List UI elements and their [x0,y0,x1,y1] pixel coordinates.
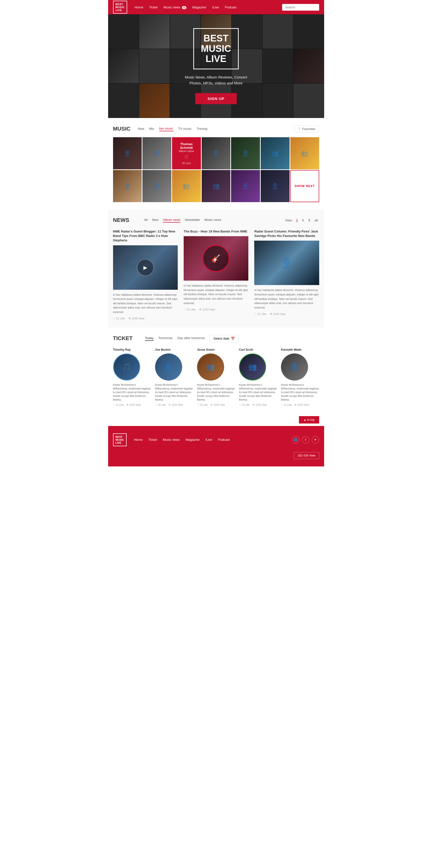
view-label: View: [285,218,293,222]
navbar: BEST MUSIC LIVE Home Ticket Music news 4… [108,0,324,14]
footer: BEST MUSIC LIVE Home Ticket Music news M… [108,426,324,466]
news-views-1: 👁 1243 View [128,317,145,320]
ticket-likes-4: ♡ 21 Like [239,404,250,406]
tab-new[interactable]: New [138,127,144,131]
ticket-card-4: Carl Scott 👥 Keytar McSweeney's Williams… [239,348,277,406]
ticket-views-4: 👁 1243 View [252,404,267,406]
news-img-1[interactable]: ▶ [113,245,178,290]
footer-link-ilive[interactable]: !Live [205,438,212,441]
footer-logo[interactable]: BEST MUSIC LIVE [113,433,127,446]
ticket-img-3[interactable]: 👥 [197,353,224,380]
music-cell-12[interactable]: 👤 [231,170,260,202]
nav-ticket[interactable]: Ticket [149,5,157,9]
featured-heart: ♡ [184,155,188,160]
news-section-title: NEWS [113,217,129,223]
news-tab-all[interactable]: All [144,218,148,223]
ticket-meta-2: ♡ 21 Like 👁 1243 View [155,404,193,406]
music-cell-featured[interactable]: Thomas Schmidt Album name ♡ 38 track [172,137,201,169]
social-globe-icon[interactable]: 🌐 [292,436,300,443]
ticket-img-5[interactable]: 👤 [281,353,308,380]
featured-album: Album name [179,150,194,153]
news-tab-newsletter[interactable]: Newsletter [185,218,200,223]
ticket-header: TICKET Today Tomorrow Day after tomorrow… [113,335,319,342]
ticket-meta-1: ♡ 21 Like 👁 1243 View [113,404,151,406]
nav-magazine[interactable]: Magazine [192,5,206,9]
featured-tracks: 38 track [182,162,191,165]
news-tab-album[interactable]: Album news [163,218,181,223]
nav-podcast[interactable]: Podcast [225,5,237,9]
view-9[interactable]: 9 [307,218,311,223]
footer-link-ticket[interactable]: Ticket [149,438,157,441]
news-tab-new[interactable]: New [152,218,158,223]
music-cell-8[interactable]: 👤 [113,170,142,202]
ticket-text-2: Keytar McSweeney's Williamsburg, readyma… [155,383,193,402]
ticket-tab-tomorrow[interactable]: Tomorrow [158,336,173,341]
ticket-img-2[interactable]: 👤 [155,353,182,380]
view-all[interactable]: all [313,218,319,223]
to-top-button[interactable]: ▲ to top [299,416,319,424]
music-cell-6[interactable]: 👥 [261,137,289,169]
ticket-img-4[interactable]: 👥 [239,353,266,380]
footer-link-music-news[interactable]: Music news [163,438,180,441]
calendar-icon: 📅 [231,337,235,340]
view-controls: View: 3 6 9 all [285,218,319,223]
social-facebook-icon[interactable]: f [302,436,309,443]
tab-tv-music[interactable]: TV music [178,127,191,131]
tab-trening[interactable]: Trening [196,127,207,131]
news-tab-music[interactable]: Music news [205,218,221,223]
view-3[interactable]: 3 [295,218,299,223]
music-cell-4[interactable]: 👤 [202,137,230,169]
music-cell-1[interactable]: 👤 [113,137,142,169]
music-cell-10[interactable]: 👥 [172,170,201,202]
tab-mix[interactable]: Mix [149,127,154,131]
music-section-header: MUSIC New Mix live music TV music Trenin… [113,125,319,132]
music-cell-2[interactable]: 👤 [143,137,171,169]
show-next-button[interactable]: SHOW NEXT [290,170,319,202]
ticket-views-1: 👁 1243 View [126,404,141,406]
news-card-1: NME Radar's Guest Blogger: 11 Top New Ba… [113,229,178,320]
ticket-section-title: TICKET [113,335,132,342]
search-input[interactable] [282,4,319,10]
news-likes-1: ♡ 21 Like [113,317,125,320]
ticket-views-2: 👁 1243 View [168,404,183,406]
nav-music-news[interactable]: Music news 42 [163,5,186,9]
music-cell-5[interactable]: 👤 [231,137,260,169]
hero-subtitle: Music News, Album Reviews, ConcertPhotos… [185,74,247,86]
news-img-3[interactable]: 👤 [254,241,319,285]
favorites-button[interactable]: ♡ Favorites [294,125,319,132]
music-cell-13[interactable]: 👤 [261,170,289,202]
view-6[interactable]: 6 [301,218,305,223]
ticket-tab-day-after[interactable]: Day after tomorrow [178,336,205,341]
ticket-img-1[interactable]: 🎵 [113,353,140,380]
tab-live-music[interactable]: live music [159,127,173,131]
ticket-likes-3: ♡ 21 Like [197,404,208,406]
ticket-artist-4: Carl Scott [239,348,277,351]
social-twitter-icon[interactable]: ✦ [312,436,319,443]
signup-button[interactable]: SIGN UP [195,93,237,104]
music-news-badge: 42 [182,6,186,9]
ticket-tab-today[interactable]: Today [145,336,154,341]
ticket-likes-2: ♡ 21 Like [155,404,166,406]
music-tabs: New Mix live music TV music Trening [138,127,294,131]
footer-link-magazine[interactable]: Magazine [186,438,199,441]
news-text-2: In hac habitasse platea dictumst. Vivamu… [184,284,248,305]
nav-links: Home Ticket Music news 42 Magazine !Live… [134,5,282,9]
news-likes-2: ♡ 21 Like [184,308,195,311]
ticket-card-1: Timothy Ray 🎵 Keytar McSweeney's William… [113,348,151,406]
news-grid: NME Radar's Guest Blogger: 11 Top New Ba… [113,229,319,320]
music-cell-11[interactable]: 👥 [202,170,230,202]
music-grid: 👤 👤 Thomas Schmidt Album name ♡ 38 track… [113,137,319,202]
select-date-button[interactable]: Select date 📅 [210,335,239,342]
nav-home[interactable]: Home [134,5,143,9]
news-img-2[interactable]: 🎸 [184,236,248,281]
footer-link-podcast[interactable]: Podcast [218,438,230,441]
nav-ilive[interactable]: !Live [212,5,219,9]
site-logo[interactable]: BEST MUSIC LIVE [113,1,127,13]
ticket-text-5: Keytar McSweeney's Williamsburg, readyma… [281,383,319,402]
footer-links: Home Ticket Music news Magazine !Live Po… [134,438,285,441]
music-cell-9[interactable]: 👤 [143,170,171,202]
news-title-2: The Buzz - Hear 19 New Bands From NME [184,229,248,234]
music-cell-7[interactable]: 👥 [290,137,319,169]
ticket-artist-2: Joe Burton [155,348,193,351]
footer-link-home[interactable]: Home [134,438,143,441]
